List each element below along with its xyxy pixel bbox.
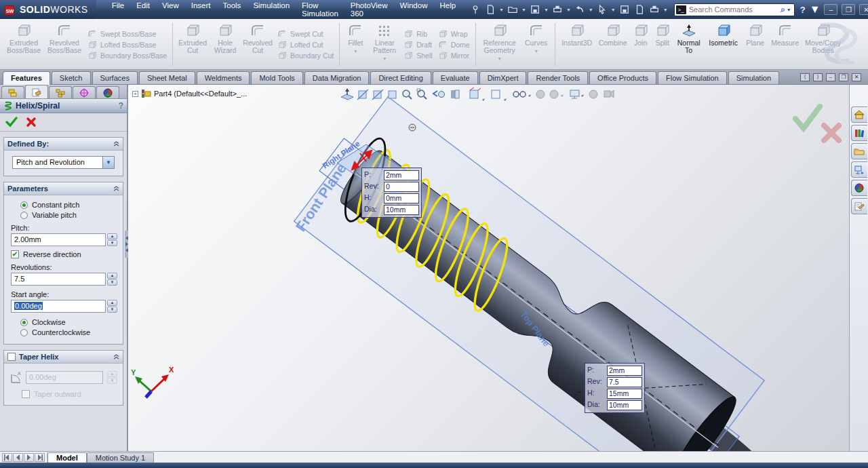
tree-expander-icon[interactable]: + [132,91,138,97]
zoom-fit-icon[interactable] [403,90,412,99]
doc-restore-button[interactable]: ❐ [839,73,848,81]
shell-button[interactable]: Shell [403,52,432,60]
tab-mold-tools[interactable]: Mold Tools [251,71,302,84]
ok-button[interactable] [5,117,18,128]
custom-properties-tab[interactable] [851,198,867,214]
plane-button[interactable]: Plane [743,21,768,68]
open-caret[interactable]: ▼ [521,7,526,12]
tab-flow-simulation[interactable]: Flow Simulation [658,71,727,84]
apply-scene-icon[interactable] [550,90,564,98]
defined-by-header[interactable]: Defined By: [4,138,123,151]
instant3d-button[interactable]: Instant3D [558,21,596,68]
menu-insert[interactable]: Insert [185,0,217,20]
extruded-cut-button[interactable]: Extruded Cut [176,21,210,68]
chevron-down-icon[interactable]: ▼ [102,157,114,168]
start-angle-stepper[interactable]: ▲▼ [107,300,117,313]
revolutions-input[interactable]: 7.5 [11,273,106,286]
hole-wizard-button[interactable]: Hole Wizard [210,21,241,68]
tab-sheet-metal[interactable]: Sheet Metal [139,71,195,84]
previous-view-icon[interactable] [433,91,445,98]
tab-data-migration[interactable]: Data Migration [304,71,370,84]
height-value-box[interactable]: 15mm [607,389,642,399]
save-icon[interactable] [528,3,542,16]
doc-minimize-button[interactable]: – [826,73,835,81]
taper-helix-header[interactable]: Taper Helix [4,351,123,364]
feature-manager-tab[interactable] [1,86,24,98]
search-scope-icon[interactable]: >_ [676,5,686,14]
print-icon[interactable] [551,3,564,16]
move-copy-bodies-button[interactable]: Move/Copy Bodies [802,21,844,68]
close-button[interactable]: ✕ [859,4,868,15]
design-library-tab[interactable] [851,125,867,141]
menu-window[interactable]: Window [394,0,434,20]
motion-study-tab[interactable]: Motion Study 1 [87,452,154,463]
minimize-button[interactable]: – [824,4,837,15]
combine-button[interactable]: Combine [596,21,630,68]
linear-pattern-caret[interactable]: ▼ [382,55,387,62]
view-cube-3-icon[interactable] [389,91,396,98]
section-view-icon[interactable] [451,90,459,98]
split-button[interactable]: Split [652,21,673,68]
last-tab-icon[interactable] [35,453,45,462]
revolutions-value-box[interactable]: 0 [384,182,419,192]
pitch-stepper[interactable]: ▲▼ [107,233,117,246]
first-tab-icon[interactable] [2,453,12,462]
lofted-boss-base-button[interactable]: Lofted Boss/Base [87,41,167,49]
tab-evaluate[interactable]: Evaluate [433,71,478,84]
rib-button[interactable]: Rib [403,30,432,38]
next-tab-icon[interactable] [24,453,34,462]
display-manager-tab[interactable] [96,86,119,98]
edit-appearance-icon[interactable] [536,90,545,98]
save-caret[interactable]: ▼ [544,7,549,12]
wrap-button[interactable]: Wrap [438,30,470,38]
menu-simulation[interactable]: Simulation [247,0,296,20]
prev-tab-icon[interactable] [13,453,23,462]
extruded-boss-base-button[interactable]: Extruded Boss/Base [3,21,44,68]
confirm-ok-icon[interactable] [795,106,820,128]
search-input[interactable] [686,5,781,14]
menu-tools[interactable]: Tools [217,0,248,20]
list-caret[interactable]: ▼ [663,7,668,12]
pane-left-icon[interactable]: ⟨ [800,73,810,81]
swept-boss-base-button[interactable]: Swept Boss/Base [87,30,167,38]
collapse-chevron-icon[interactable] [113,186,119,191]
options-icon[interactable] [618,3,631,16]
collapse-chevron-icon[interactable] [113,141,119,147]
menu-photoview-360[interactable]: PhotoView 360 [344,0,394,20]
diameter-value-box[interactable]: 10mm [607,400,642,410]
view-orientation-icon[interactable] [470,87,485,101]
list-icon[interactable] [648,3,661,16]
tab-sketch[interactable]: Sketch [52,71,91,84]
select-icon[interactable] [595,3,609,16]
revolved-cut-button[interactable]: Revolved Cut [241,21,275,68]
pitch-value-box[interactable]: 2mm [384,170,419,180]
collapse-chevron-icon[interactable] [113,354,119,359]
open-icon[interactable] [506,3,519,16]
curves-caret[interactable]: ▼ [534,47,538,55]
properties-icon[interactable] [633,3,646,16]
start-angle-input[interactable]: 0.00deg [11,300,106,313]
boundary-cut-button[interactable]: Boundary Cut [277,52,334,60]
viewport-3d[interactable]: Front Plane Right Plane Top Plane Y X + [128,85,849,451]
appearances-tab[interactable] [851,180,867,196]
join-button[interactable]: Join [630,21,652,68]
menu-view[interactable]: View [156,0,185,20]
tab-weldments[interactable]: Weldments [197,71,250,84]
help-caret[interactable]: ▼ [810,3,821,16]
normal-to-button[interactable]: Normal To [673,21,705,68]
curves-button[interactable]: Curves ▼ [521,21,552,68]
pin-icon[interactable] [469,3,482,16]
hide-show-items-icon[interactable] [513,92,531,97]
new-caret[interactable]: ▼ [499,7,504,12]
dimxpert-manager-tab[interactable] [73,86,96,98]
feature-tree-root[interactable]: + Part4 (Default<<Default>_... [132,89,247,98]
defined-by-select[interactable]: Pitch and Revolution ▼ [12,156,115,169]
parameters-header[interactable]: Parameters [4,182,123,195]
lofted-cut-button[interactable]: Lofted Cut [277,41,334,49]
zoom-area-icon[interactable] [417,89,427,99]
tab-office-products[interactable]: Office Products [589,71,656,84]
rotate-view-icon[interactable] [589,90,597,98]
tab-direct-editing[interactable]: Direct Editing [370,71,431,84]
tab-features[interactable]: Features [3,71,50,85]
home-tab[interactable] [851,106,867,123]
